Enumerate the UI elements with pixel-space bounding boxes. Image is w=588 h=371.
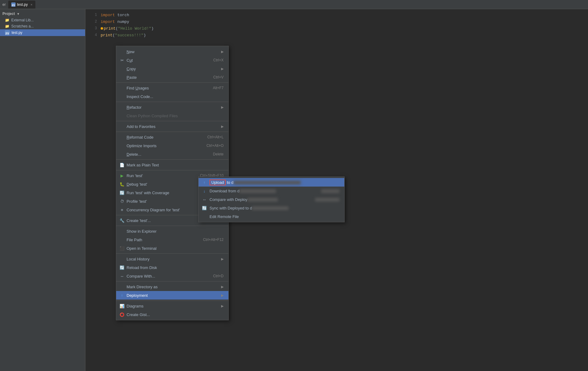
tab-close-button[interactable]: × [30,3,32,6]
menu-item-compare-with[interactable]: ↔ Compare With... Ctrl+D [116,272,228,280]
menu-item-deployment[interactable]: ↑ Deployment ▶ [116,291,228,300]
svg-text:py: py [12,3,15,6]
submenu-label-upload: Upload to d [210,180,339,185]
menu-item-show-explorer[interactable]: Show in Explorer [116,227,228,235]
menu-label-reload: Reload from Disk [127,265,224,270]
menu-item-open-terminal[interactable]: ⬛ Open in Terminal [116,244,228,253]
find-usages-icon [119,85,125,91]
download-shortcut [321,189,339,193]
menu-label-refactor: Refactor [127,105,221,110]
coverage-icon: 🔄 [119,190,125,195]
menu-item-reformat[interactable]: Reformat Code Ctrl+Alt+L [116,133,228,141]
menu-item-optimize-imports[interactable]: Optimize Imports Ctrl+Alt+O [116,141,228,150]
create-icon: 🔧 [119,218,125,223]
menu-label-filepath: File Path [127,238,197,242]
separator-10 [116,281,228,282]
clean-icon [119,113,125,118]
menu-label-mark-plain: Mark as Plain Text [127,163,224,167]
deployment-submenu: ↑ Upload to d ↓ Download from d ↔ Compar… [198,176,345,222]
compare-shortcut: Ctrl+D [213,274,224,278]
menu-label-run: Run 'test' [127,173,194,178]
menu-item-new[interactable]: New ▶ [116,47,228,56]
menu-item-find-usages[interactable]: Find Usages Alt+F7 [116,84,228,92]
menu-item-cut[interactable]: ✂ Cut Ctrl+X [116,56,228,64]
menu-label-mark-dir: Mark Directory as [127,285,221,289]
menu-item-copy[interactable]: Copy ▶ [116,64,228,73]
diagrams-icon: 📊 [119,303,125,309]
menu-label-inspect: Inspect Code... [127,94,224,99]
mark-dir-icon [119,284,125,289]
sidebar-item-external-lib[interactable]: 📁 External Lib... [0,17,85,23]
submenu-item-compare-deployment[interactable]: ↔ Compare with Deploy [199,195,344,204]
menu-item-diagrams[interactable]: 📊 Diagrams ▶ [116,302,228,310]
menu-item-refactor[interactable]: Refactor ▶ [116,103,228,111]
separator-8 [116,226,228,226]
menu-item-add-favorites[interactable]: Add to Favorites ▶ [116,122,228,131]
menu-label-reformat: Reformat Code [127,135,201,140]
code-line-2: 2 import numpy [85,18,588,25]
menu-label-delete: Delete... [127,152,207,157]
cut-shortcut: Ctrl+X [213,58,224,62]
filepath-shortcut: Ctrl+Alt+F12 [203,238,224,242]
menu-item-file-path[interactable]: File Path Ctrl+Alt+F12 [116,235,228,244]
separator-1 [116,82,228,83]
submenu-item-edit-remote[interactable]: Edit Remote File [199,212,344,221]
submenu-label-edit-remote: Edit Remote File [210,214,339,219]
new-icon [119,49,125,54]
cut-icon: ✂ [119,57,125,63]
sidebar-item-scratches[interactable]: 📁 Scratches a... [0,23,85,29]
optimize-icon [119,143,125,148]
project-label: Project [2,12,15,16]
menu-label-deployment: Deployment [127,293,221,298]
submenu-item-upload[interactable]: ↑ Upload to d [199,178,344,187]
paste-icon [119,75,125,80]
separator-5 [116,159,228,160]
menu-item-create-gist[interactable]: ⭕ Create Gist... [116,310,228,319]
menu-item-local-history[interactable]: Local History ▶ [116,255,228,263]
menu-label-new: New [127,49,221,54]
menu-label-clean: Clean Python Compiled Files [127,114,224,118]
new-arrow-icon: ▶ [221,50,224,54]
menu-item-reload[interactable]: 🔄 Reload from Disk [116,263,228,272]
optimize-shortcut: Ctrl+Alt+O [206,144,224,148]
menu-item-clean-compiled: Clean Python Compiled Files [116,111,228,120]
submenu-label-download: Download from d [210,189,321,193]
sync-icon: 🔄 [202,205,207,211]
menu-item-mark-plain-text[interactable]: 📄 Mark as Plain Text [116,161,228,169]
copy-arrow-icon: ▶ [221,67,224,71]
dropdown-icon[interactable]: ▼ [17,12,20,16]
delete-icon [119,151,125,157]
compare-deploy-icon: ↔ [202,197,207,202]
active-tab[interactable]: py test.py × [8,1,36,9]
sidebar: Project ▼ 📁 External Lib... 📁 Scratches … [0,9,85,371]
menu-label-find-usages: Find Usages [127,86,207,90]
deployment-icon: ↑ [119,293,125,298]
separator-2 [116,102,228,102]
separator-9 [116,253,228,254]
menu-item-paste[interactable]: Paste Ctrl+V [116,73,228,82]
find-usages-shortcut: Alt+F7 [213,86,224,90]
history-icon [119,256,125,262]
code-line-4: 4 print("success!!!") [85,32,588,38]
plain-text-icon: 📄 [119,162,125,168]
scratches-icon: 📁 [5,24,9,28]
favorites-arrow-icon: ▶ [221,125,224,129]
sidebar-item-testpy[interactable]: py test.py [0,29,85,36]
code-line-1: 1 import torch [85,12,588,18]
menu-label-compare: Compare With... [127,274,207,278]
submenu-item-sync[interactable]: 🔄 Sync with Deployed to d [199,204,344,212]
separator-6 [116,170,228,170]
reformat-icon [119,134,125,140]
edit-remote-icon [202,214,207,219]
menu-item-delete[interactable]: Delete... Delete [116,150,228,158]
upload-icon: ↑ [202,180,207,185]
refactor-arrow-icon: ▶ [221,105,224,109]
submenu-item-download[interactable]: ↓ Download from d [199,187,344,195]
python-file-icon-sidebar: py [5,30,10,35]
menu-label-history: Local History [127,257,221,261]
menu-item-inspect-code[interactable]: Inspect Code... [116,92,228,101]
history-arrow-icon: ▶ [221,257,224,261]
menu-item-mark-directory[interactable]: Mark Directory as ▶ [116,282,228,291]
delete-shortcut: Delete [213,152,224,156]
upload-text: Upload [210,180,226,185]
